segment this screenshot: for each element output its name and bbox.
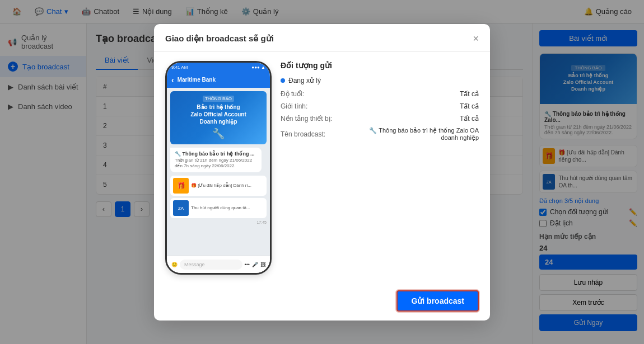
- info-row-0: Độ tuổi:Tất cả: [281, 90, 479, 98]
- broadcast-preview-modal: Giao diện broadcast sẽ gửi × 9:41 AM ●●●…: [154, 24, 490, 321]
- info-label-3: Tên broadcast:: [281, 130, 325, 138]
- info-row-2: Nền tảng thiết bị:Tất cả: [281, 115, 479, 122]
- phone-more-icon: •••: [245, 262, 250, 267]
- phone-mini-text-2: Thu hút người dùng quan tâ...: [191, 205, 250, 211]
- info-label-2: Nền tảng thiết bị:: [281, 115, 332, 122]
- phone-banner-decoration: 🔧: [175, 128, 262, 140]
- phone-mini-card-1: 🎁 🎁 [Ưu đãi hấp dẫn] Dành ri...: [170, 176, 267, 196]
- phone-image-icon: 🖼: [260, 262, 265, 267]
- phone-mini-card-2: ZA Thu hút người dùng quan tâ...: [170, 198, 267, 218]
- phone-emoji-icon: 🙂: [171, 262, 178, 267]
- phone-mockup: 9:41 AM ●●● ▲ ‹ Maritime Bank THÔNG BÁO …: [165, 61, 272, 275]
- modal-info: Đối tượng gửi Đang xử lý Độ tuổi:Tất cảG…: [281, 61, 479, 275]
- info-value-2: Tất cả: [460, 115, 479, 122]
- modal-overlay[interactable]: Giao diện broadcast sẽ gửi × 9:41 AM ●●●…: [0, 0, 644, 344]
- modal-footer: Gửi broadcast: [154, 284, 490, 321]
- phone-timestamp: 17:45: [170, 220, 267, 224]
- phone-mini-img-2: ZA: [173, 200, 189, 216]
- info-value-0: Tất cả: [460, 90, 479, 98]
- modal-body: 9:41 AM ●●● ▲ ‹ Maritime Bank THÔNG BÁO …: [154, 52, 490, 284]
- phone-banner-tag: THÔNG BÁO: [203, 96, 234, 102]
- phone-mini-text-1: 🎁 [Ưu đãi hấp dẫn] Dành ri...: [191, 183, 251, 189]
- info-section-title: Đối tượng gửi: [281, 61, 479, 70]
- status-dot: [281, 78, 285, 83]
- status-row: Đang xử lý: [281, 77, 479, 84]
- phone-signal: ●●● ▲: [251, 65, 265, 70]
- phone-time: 9:41 AM: [171, 65, 188, 70]
- info-label-1: Giới tính:: [281, 102, 307, 110]
- phone-bank-name: Maritime Bank: [178, 77, 216, 83]
- phone-message-input[interactable]: Message: [180, 260, 242, 270]
- info-value-1: Tất cả: [460, 102, 479, 110]
- phone-content: THÔNG BÁO Bảo trì hệ thốngZalo Official …: [167, 88, 270, 256]
- phone-msg-title: 🔧 Thông báo bảo trì hệ thống ...: [175, 151, 257, 157]
- phone-msg-body: Thời gian từ 21h đêm ngày 21/06/2022 đến…: [175, 158, 257, 169]
- phone-banner: THÔNG BÁO Bảo trì hệ thốngZalo Official …: [170, 91, 267, 144]
- phone-mic-icon: 🎤: [252, 262, 258, 267]
- info-value-3: 🔧 Thông báo bảo trì hệ thống Zalo OA doa…: [356, 127, 479, 142]
- phone-chat-header: ‹ Maritime Bank: [167, 72, 270, 88]
- modal-close-btn[interactable]: ×: [473, 33, 479, 45]
- phone-input-bar: 🙂 Message ••• 🎤 🖼: [167, 256, 270, 273]
- modal-title: Giao diện broadcast sẽ gửi: [165, 34, 274, 44]
- info-row-1: Giới tính:Tất cả: [281, 102, 479, 110]
- phone-msg-bubble: 🔧 Thông báo bảo trì hệ thống ... Thời gi…: [170, 148, 262, 173]
- phone-status-bar: 9:41 AM ●●● ▲: [167, 63, 270, 72]
- send-broadcast-btn[interactable]: Gửi broadcast: [396, 290, 479, 312]
- status-text: Đang xử lý: [288, 77, 321, 84]
- phone-banner-title: Bảo trì hệ thốngZalo Official AccountDoa…: [175, 103, 262, 125]
- phone-back-icon: ‹: [171, 76, 174, 84]
- phone-mini-img-1: 🎁: [173, 178, 189, 194]
- modal-header: Giao diện broadcast sẽ gửi ×: [154, 24, 490, 52]
- info-label-0: Độ tuổi:: [281, 90, 304, 98]
- info-row-3: Tên broadcast:🔧 Thông báo bảo trì hệ thố…: [281, 127, 479, 142]
